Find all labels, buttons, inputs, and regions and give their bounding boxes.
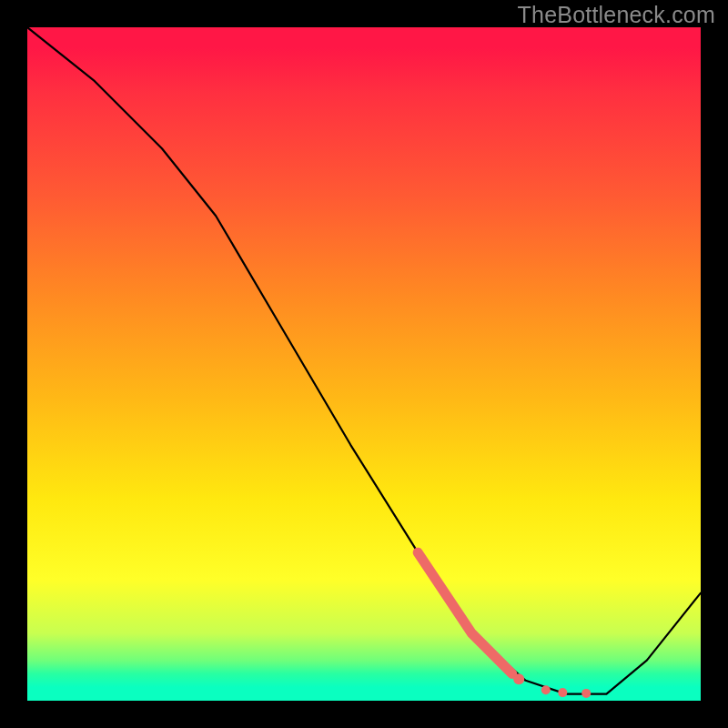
plot-area	[27, 27, 701, 701]
highlight-dot	[581, 689, 591, 698]
highlight-dot	[558, 688, 567, 697]
chart-container: TheBottleneck.com	[0, 0, 728, 728]
highlight-segment	[418, 552, 512, 673]
highlight-dot	[541, 685, 551, 694]
bottleneck-curve	[27, 27, 701, 694]
plot-svg	[27, 27, 701, 701]
highlight-dot	[513, 673, 524, 684]
watermark-text: TheBottleneck.com	[518, 2, 715, 28]
